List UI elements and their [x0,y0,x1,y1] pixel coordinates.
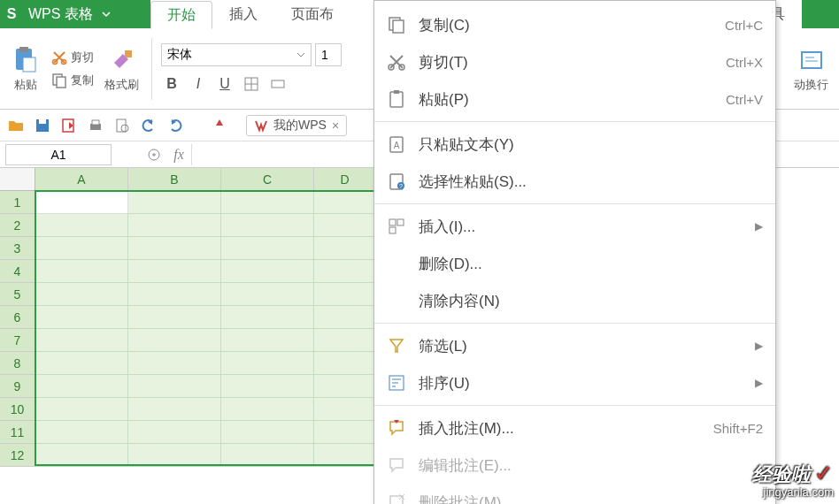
cell[interactable] [221,375,314,398]
column-header[interactable]: C [221,168,314,191]
cell[interactable] [221,214,314,237]
row-header[interactable]: 8 [0,352,35,375]
cut-button[interactable]: 剪切 [50,48,96,67]
row-header[interactable]: 4 [0,260,35,283]
export-icon[interactable] [60,117,78,134]
cell[interactable] [221,329,314,352]
row-header[interactable]: 11 [0,421,35,444]
cell[interactable] [314,191,376,214]
menu-item[interactable]: 筛选(L)▶ [374,327,775,364]
cell[interactable] [128,444,221,467]
underline-button[interactable]: U [214,73,235,95]
cell[interactable] [35,421,128,444]
cell[interactable] [35,283,128,306]
cell[interactable] [128,237,221,260]
cell[interactable] [221,191,314,214]
cell[interactable] [35,398,128,421]
cell[interactable] [128,329,221,352]
cell[interactable] [128,306,221,329]
font-size-select[interactable]: 1 [315,43,342,66]
cell[interactable] [35,191,128,214]
cell[interactable] [35,375,128,398]
cell[interactable] [314,444,376,467]
bold-button[interactable]: B [161,73,182,95]
italic-button[interactable]: I [188,73,209,95]
name-box[interactable]: A1 [5,144,112,165]
cell[interactable] [221,260,314,283]
menu-item[interactable]: 复制(C)Ctrl+C [374,6,775,43]
column-header[interactable]: A [35,168,128,191]
cell[interactable] [128,214,221,237]
print-preview-icon[interactable] [113,117,131,134]
document-tab[interactable]: 我的WPS × [246,115,347,136]
cell[interactable] [128,421,221,444]
cell[interactable] [314,283,376,306]
cell[interactable] [314,352,376,375]
row-header[interactable]: 12 [0,444,35,467]
tab-insert[interactable]: 插入 [212,0,274,28]
merge-button[interactable] [267,73,289,95]
cell[interactable] [128,352,221,375]
row-header[interactable]: 5 [0,283,35,306]
row-header[interactable]: 9 [0,375,35,398]
cell[interactable] [314,214,376,237]
cell[interactable] [35,237,128,260]
cell[interactable] [221,237,314,260]
cell[interactable] [221,421,314,444]
app-menu-dropdown[interactable] [98,0,114,28]
cell[interactable] [314,329,376,352]
menu-item[interactable]: 排序(U)▶ [374,364,775,401]
cell[interactable] [35,444,128,467]
print-icon[interactable] [87,117,104,134]
cell[interactable] [314,260,376,283]
cancel-icon[interactable] [117,142,142,167]
close-tab-icon[interactable]: × [332,118,339,133]
select-all-corner[interactable] [0,168,35,191]
menu-item[interactable]: 删除(D)... [374,245,775,282]
row-header[interactable]: 6 [0,306,35,329]
cell[interactable] [221,352,314,375]
cell[interactable] [35,352,128,375]
paste-button[interactable]: 粘贴 [7,42,44,96]
redo-icon[interactable] [166,117,184,134]
cell[interactable] [221,283,314,306]
row-header[interactable]: 3 [0,237,35,260]
cell[interactable] [128,283,221,306]
wizard-icon[interactable] [142,142,166,167]
cell[interactable] [128,375,221,398]
fx-button[interactable]: fx [166,142,191,167]
cell[interactable] [314,237,376,260]
cell[interactable] [35,214,128,237]
menu-item[interactable]: 剪切(T)Ctrl+X [374,43,775,80]
menu-item[interactable]: ?选择性粘贴(S)... [374,163,775,200]
column-header[interactable]: D [314,168,376,191]
save-icon[interactable] [34,117,51,134]
cell[interactable] [221,444,314,467]
cell[interactable] [314,306,376,329]
open-icon[interactable] [7,117,25,134]
menu-item[interactable]: 粘贴(P)Ctrl+V [374,80,775,118]
cell[interactable] [314,421,376,444]
border-button[interactable] [241,73,262,95]
tab-page-layout[interactable]: 页面布 [274,0,350,28]
cell[interactable] [128,398,221,421]
cell[interactable] [314,375,376,398]
marker-icon[interactable] [211,117,228,134]
menu-item[interactable]: A只粘贴文本(Y) [374,126,775,163]
menu-item[interactable]: 清除内容(N) [374,282,775,319]
menu-item[interactable]: 插入批注(M)...Shift+F2 [374,409,775,447]
menu-item[interactable]: 插入(I)...▶ [374,208,775,245]
tab-start[interactable]: 开始 [150,1,212,29]
cell[interactable] [35,329,128,352]
format-painter-button[interactable]: 格式刷 [101,42,142,96]
cell[interactable] [314,398,376,421]
cell[interactable] [35,260,128,283]
column-header[interactable]: B [128,168,221,191]
undo-icon[interactable] [140,117,158,134]
cell[interactable] [128,191,221,214]
row-header[interactable]: 7 [0,329,35,352]
wrap-text-button[interactable]: 动换行 [790,42,832,96]
cell[interactable] [128,260,221,283]
cell[interactable] [221,398,314,421]
row-header[interactable]: 1 [0,191,35,214]
